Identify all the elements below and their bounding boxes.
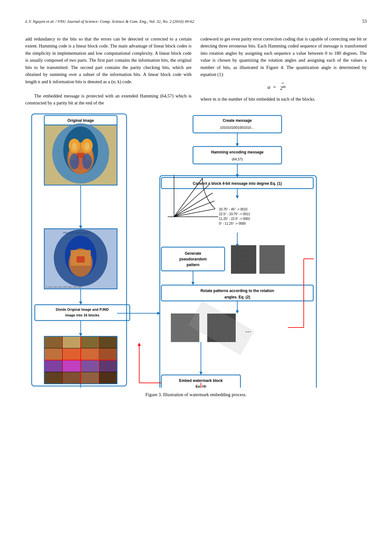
formula: α = 2m — [268, 83, 287, 92]
svg-point-10 — [84, 143, 90, 150]
svg-marker-147 — [236, 310, 239, 314]
figure-caption: Figure 3. Illustration of watermark embe… — [25, 392, 367, 397]
right-after-formula: where m is the number of bits embedded i… — [201, 96, 367, 103]
svg-point-9 — [72, 143, 77, 150]
svg-rect-55 — [99, 372, 117, 384]
svg-rect-48 — [45, 360, 62, 372]
svg-text:Rotate patterns according to t: Rotate patterns according to the rotatio… — [201, 289, 274, 293]
svg-rect-43 — [99, 337, 117, 348]
svg-rect-40 — [45, 337, 62, 348]
svg-text:1010101001001010…: 1010101001001010… — [220, 126, 255, 129]
svg-marker-142 — [191, 282, 195, 285]
svg-text:Divide Original Image and PJND: Divide Original Image and PJND — [56, 308, 109, 311]
diagram-area: Original Image — [25, 112, 367, 397]
svg-text:22.5° - 33.75° -> 0011: 22.5° - 33.75° -> 0011 — [219, 212, 250, 216]
formula-alpha: α — [268, 84, 270, 91]
svg-marker-67 — [236, 143, 239, 147]
two-column-layout: add redundancy to the bits so that the e… — [25, 35, 367, 107]
formula-block: α = 2m — [201, 83, 367, 92]
svg-text:Hamming encoding message: Hamming encoding message — [211, 150, 264, 154]
formula-exponent: m — [283, 84, 286, 89]
svg-text:Original Image: Original Image — [67, 118, 94, 123]
svg-text:Create message: Create message — [223, 118, 252, 123]
svg-line-80 — [174, 185, 209, 217]
svg-text:angles. Eq. (2): angles. Eq. (2) — [224, 295, 250, 299]
svg-rect-53 — [63, 372, 80, 384]
formula-denominator: 2m — [279, 83, 287, 92]
svg-text:Generate: Generate — [185, 251, 201, 256]
svg-rect-46 — [81, 348, 98, 360]
svg-text:11.25° - 22.5° -> 0001: 11.25° - 22.5° -> 0001 — [219, 217, 250, 221]
formula-fraction: 2m — [279, 83, 287, 92]
page: L.V. Nguyen et al. / VNU Journal of Scie… — [0, 0, 392, 555]
svg-rect-42 — [81, 337, 98, 348]
page-header: L.V. Nguyen et al. / VNU Journal of Scie… — [25, 19, 367, 24]
svg-text:...: ... — [245, 326, 251, 334]
svg-marker-16 — [79, 226, 82, 229]
svg-rect-41 — [63, 337, 80, 348]
svg-rect-49 — [63, 360, 80, 372]
svg-marker-76 — [236, 196, 239, 199]
formula-equals: = — [273, 84, 276, 91]
svg-text:0  100 150 200 250 300 350 400: 0 100 150 200 250 300 350 400 — [46, 286, 82, 289]
svg-marker-211 — [138, 343, 141, 346]
svg-text:0° - 11.25° -> 0000: 0° - 11.25° -> 0000 — [219, 222, 246, 225]
svg-rect-24 — [77, 256, 85, 263]
svg-text:pseudorandom: pseudorandom — [179, 257, 207, 261]
left-column: add redundancy to the bits so that the e… — [25, 35, 192, 107]
svg-rect-68 — [193, 147, 282, 164]
svg-text:pattern: pattern — [187, 263, 200, 267]
svg-point-14 — [82, 153, 92, 169]
svg-marker-202 — [199, 372, 202, 375]
svg-text:Embed watermark block: Embed watermark block — [179, 378, 223, 383]
svg-rect-44 — [45, 348, 62, 360]
journal-title: L.V. Nguyen et al. / VNU Journal of Scie… — [25, 19, 194, 24]
left-para-2: The embedded message is protected with a… — [25, 92, 192, 107]
page-number: 53 — [362, 19, 367, 24]
diagram-svg-container: Original Image — [25, 112, 367, 388]
svg-text:Convert a block 4-bit message : Convert a block 4-bit message into degre… — [193, 181, 282, 186]
svg-rect-118 — [259, 245, 285, 274]
svg-rect-94 — [231, 245, 256, 274]
right-para-1: codeword to get even parity error correc… — [201, 35, 367, 78]
svg-marker-27 — [79, 302, 82, 305]
svg-rect-47 — [99, 348, 117, 360]
svg-point-13 — [70, 153, 79, 169]
svg-rect-54 — [81, 372, 98, 384]
svg-rect-51 — [99, 360, 117, 372]
right-column: codeword to get even parity error correc… — [201, 35, 367, 107]
left-para-1: add redundancy to the bits so that the e… — [25, 35, 192, 85]
svg-rect-28 — [35, 305, 130, 321]
svg-rect-45 — [63, 348, 80, 360]
svg-rect-148 — [171, 314, 199, 342]
svg-text:33.75° - 45° -> 0010: 33.75° - 45° -> 0010 — [219, 208, 247, 211]
svg-marker-32 — [79, 333, 82, 336]
svg-rect-50 — [81, 360, 98, 372]
svg-text:(64,57): (64,57) — [232, 157, 243, 161]
svg-rect-52 — [45, 372, 62, 384]
svg-text:image into 16 blocks: image into 16 blocks — [65, 313, 99, 317]
